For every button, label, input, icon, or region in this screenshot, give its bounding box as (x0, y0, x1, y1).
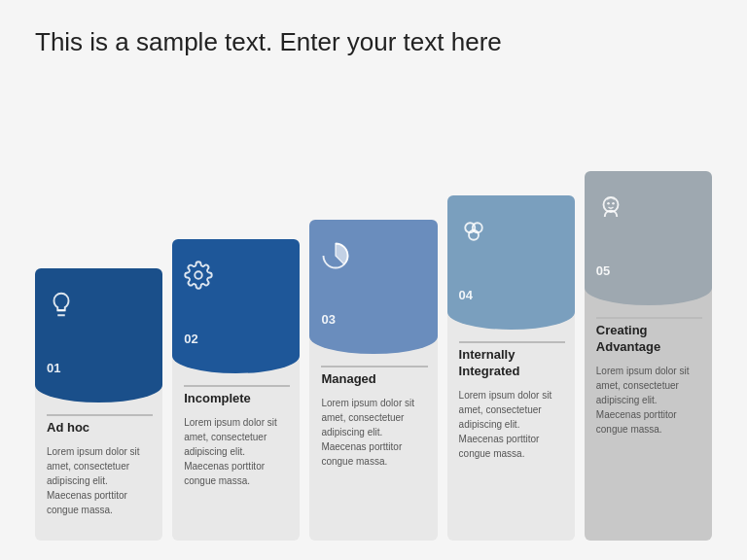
svg-point-7 (612, 202, 615, 205)
card-3-icon (321, 241, 350, 275)
card-2-number: 02 (184, 332, 197, 346)
card-5-title: Creating Advantage (596, 317, 702, 356)
svg-point-1 (195, 271, 202, 279)
card-2: 02IncompleteLorem ipsum dolor sit amet, … (172, 239, 300, 541)
card-4: 04Internally IntegratedLorem ipsum dolor… (447, 195, 575, 541)
card-2-icon (184, 261, 213, 295)
card-2-title: Incomplete (184, 385, 290, 407)
card-1-icon (47, 290, 76, 324)
card-4-number: 04 (459, 288, 473, 302)
card-5-icon (596, 192, 625, 227)
card-3-body: Lorem ipsum dolor sit amet, consectetuer… (321, 396, 427, 469)
card-4-icon (459, 217, 488, 251)
svg-point-5 (603, 197, 618, 212)
card-5: 05Creating AdvantageLorem ipsum dolor si… (585, 171, 712, 541)
svg-point-6 (607, 202, 610, 205)
card-3-number: 03 (321, 312, 335, 327)
page-title: This is a sample text. Enter your text h… (35, 27, 712, 57)
card-2-body: Lorem ipsum dolor sit amet, consectetuer… (184, 415, 290, 488)
card-1-number: 01 (47, 361, 60, 375)
card-3-title: Managed (321, 366, 427, 388)
card-3: 03ManagedLorem ipsum dolor sit amet, con… (309, 220, 437, 541)
cards-container: 01Ad hocLorem ipsum dolor sit amet, cons… (35, 92, 712, 541)
card-5-body: Lorem ipsum dolor sit amet, consectetuer… (596, 364, 702, 437)
card-4-title: Internally Integrated (459, 341, 565, 380)
card-1-body: Lorem ipsum dolor sit amet, consectetuer… (47, 444, 153, 517)
card-4-body: Lorem ipsum dolor sit amet, consectetuer… (459, 388, 565, 461)
card-5-number: 05 (596, 263, 610, 278)
card-1-title: Ad hoc (47, 414, 153, 437)
card-1: 01Ad hocLorem ipsum dolor sit amet, cons… (35, 268, 162, 541)
